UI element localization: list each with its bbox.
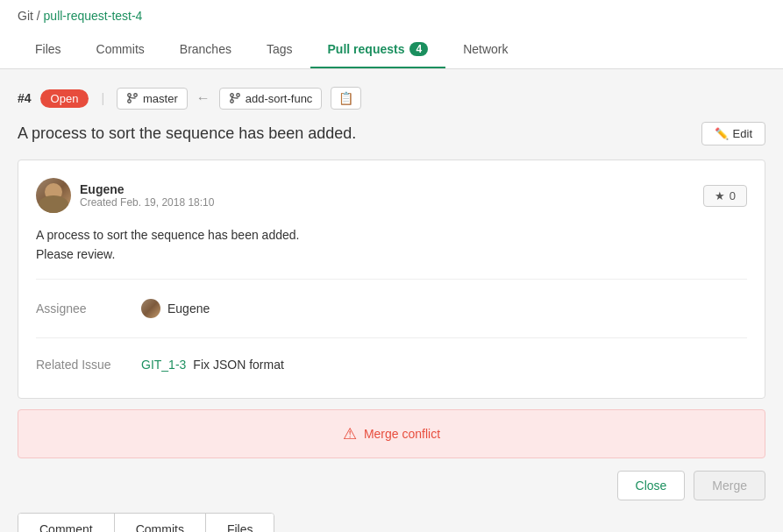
tab-commits[interactable]: Commits (79, 32, 162, 68)
action-row: Close Merge (18, 471, 765, 500)
tab-branches[interactable]: Branches (162, 32, 249, 68)
pr-title-row: A process to sort the sequence has been … (18, 122, 765, 145)
edit-pencil-icon: ✏️ (715, 127, 729, 140)
merge-button[interactable]: Merge (694, 471, 765, 500)
clipboard-button[interactable]: 📋 (331, 87, 361, 110)
related-issue-label: Related Issue (36, 358, 141, 372)
pr-header-bar: #4 Open | master ← add-sort-func 📋 (18, 87, 765, 110)
related-issue-value: GIT_1-3 Fix JSON format (141, 358, 284, 372)
target-branch-label: master (143, 92, 178, 105)
svg-point-1 (128, 100, 132, 103)
breadcrumb-separator: / (37, 9, 40, 23)
merge-conflict-text: Merge conflict (364, 427, 440, 441)
git-link[interactable]: Git (18, 9, 33, 23)
star-count: 0 (730, 189, 736, 202)
assignee-row: Assignee Eugene (36, 290, 747, 327)
pr-body: A process to sort the sequence has been … (36, 225, 747, 265)
merge-conflict-bar: ⚠ Merge conflict (18, 409, 765, 458)
target-branch-pill: master (117, 88, 188, 110)
author-name: Eugene (80, 182, 214, 196)
breadcrumb: Git / pull-request-test-4 (0, 0, 783, 32)
tab-comment[interactable]: Comment (18, 514, 115, 532)
assignee-avatar (141, 299, 160, 318)
issue-title: Fix JSON format (193, 358, 283, 372)
divider-2 (36, 337, 747, 338)
svg-point-2 (134, 94, 138, 97)
tab-pull-requests[interactable]: Pull requests 4 (310, 32, 446, 68)
bottom-tabs: Comment Commits Files (18, 513, 274, 532)
arrow-left-icon: ← (196, 90, 210, 106)
star-button[interactable]: ★ 0 (703, 185, 747, 207)
tab-commits-bottom[interactable]: Commits (115, 514, 206, 532)
repo-link[interactable]: pull-request-test-4 (44, 9, 143, 23)
svg-point-5 (237, 94, 240, 97)
star-icon: ★ (715, 189, 725, 202)
avatar (36, 178, 71, 213)
related-issue-row: Related Issue GIT_1-3 Fix JSON format (36, 349, 747, 380)
tab-tags[interactable]: Tags (249, 32, 310, 68)
branch-icon (126, 92, 139, 104)
assignee-label: Assignee (36, 301, 141, 316)
tab-network[interactable]: Network (445, 32, 525, 68)
svg-point-3 (231, 94, 234, 97)
source-branch-label: add-sort-func (246, 92, 313, 105)
assignee-name: Eugene (167, 301, 210, 316)
svg-point-4 (231, 100, 234, 103)
svg-point-0 (128, 94, 132, 97)
status-badge: Open (40, 89, 89, 108)
pull-requests-badge: 4 (409, 42, 428, 56)
close-button[interactable]: Close (617, 471, 686, 500)
edit-button[interactable]: ✏️ Edit (701, 122, 765, 145)
conflict-icon: ⚠ (343, 424, 357, 443)
nav-tabs: Files Commits Branches Tags Pull request… (0, 32, 783, 69)
author-date: Created Feb. 19, 2018 18:10 (80, 196, 214, 209)
issue-link[interactable]: GIT_1-3 (141, 358, 186, 372)
tab-files-bottom[interactable]: Files (206, 514, 274, 532)
author-info: Eugene Created Feb. 19, 2018 18:10 (36, 178, 214, 213)
assignee-value: Eugene (141, 299, 210, 318)
pr-number: #4 (18, 91, 32, 105)
pr-title: A process to sort the sequence has been … (18, 124, 356, 143)
author-details: Eugene Created Feb. 19, 2018 18:10 (80, 182, 214, 209)
main-content: #4 Open | master ← add-sort-func 📋 A (0, 69, 783, 532)
source-branch-icon (229, 92, 241, 104)
tab-files[interactable]: Files (18, 32, 79, 68)
source-branch-pill: add-sort-func (219, 88, 323, 110)
pr-author-row: Eugene Created Feb. 19, 2018 18:10 ★ 0 (36, 178, 747, 213)
pr-card: Eugene Created Feb. 19, 2018 18:10 ★ 0 A… (18, 160, 765, 399)
divider-1 (36, 279, 747, 280)
